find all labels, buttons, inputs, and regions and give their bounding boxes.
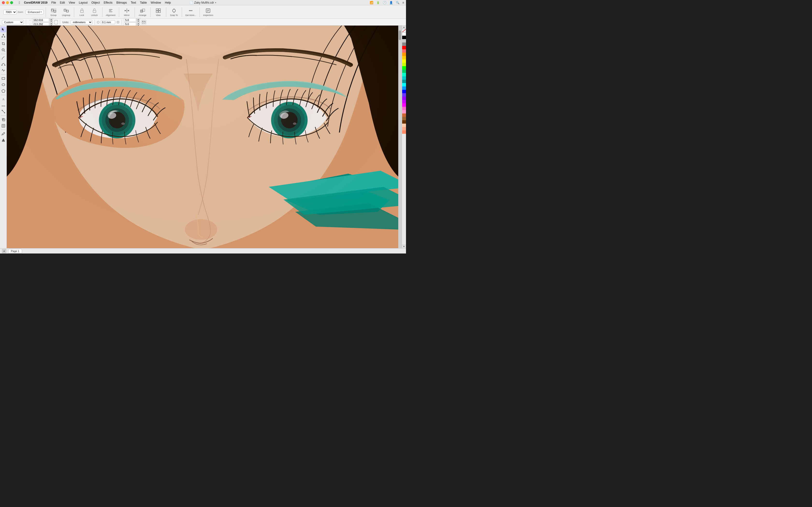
shape-type-select[interactable]: Custom (2, 20, 24, 24)
apple-logo[interactable]:  (19, 1, 20, 5)
color-swatch-20[interactable] (402, 103, 406, 107)
scale-y-up[interactable]: ▲ (137, 22, 140, 24)
ungroup-button[interactable]: Ungroup (60, 7, 72, 17)
envelope-button[interactable] (141, 20, 146, 24)
smart-draw-tool[interactable] (0, 68, 6, 73)
palette-scroll-up[interactable]: ▲ (402, 25, 406, 29)
palette-scroll-down[interactable]: ▼ (402, 245, 406, 248)
menu-window[interactable]: Window (151, 1, 161, 4)
color-swatch-11[interactable] (402, 73, 406, 76)
width-input[interactable] (32, 18, 49, 22)
scale-x-up[interactable]: ▲ (137, 18, 140, 20)
select-tool[interactable] (0, 26, 6, 32)
lock-proportions-top[interactable] (54, 20, 58, 22)
color-swatch-24[interactable] (402, 117, 406, 120)
units-select[interactable]: millimeters (70, 20, 92, 24)
color-swatch-23[interactable] (402, 113, 406, 117)
zoom-select[interactable]: 706% (3, 10, 17, 14)
polygon-tool[interactable] (0, 88, 6, 94)
color-swatch-19[interactable] (402, 100, 406, 103)
controls-icon[interactable]: ≡ (402, 1, 404, 4)
color-swatch-black[interactable] (402, 36, 406, 39)
lock-button[interactable]: Lock (76, 7, 88, 17)
vertical-scrollbar[interactable] (398, 25, 402, 248)
text-tool[interactable]: A (0, 96, 6, 102)
canvas-area[interactable] (7, 25, 402, 248)
color-swatch-12[interactable] (402, 76, 406, 80)
scale-x-down[interactable]: ▼ (137, 20, 140, 22)
color-swatch-white[interactable] (402, 32, 406, 36)
menu-app[interactable]: CorelDRAW 2019 (24, 1, 47, 4)
close-button[interactable] (2, 1, 5, 4)
mesh-fill-tool[interactable] (0, 123, 6, 129)
color-swatch-14[interactable] (402, 83, 406, 87)
snap-to-button[interactable]: Snap To (168, 7, 180, 17)
alignment-button[interactable]: Alignment (104, 7, 117, 17)
color-swatch-8[interactable] (402, 63, 406, 66)
scrollbar-thumb[interactable] (399, 31, 401, 40)
menu-bitmaps[interactable]: Bitmaps (116, 1, 127, 4)
width-up[interactable]: ▲ (50, 18, 53, 20)
color-swatch-17[interactable] (402, 93, 406, 97)
menu-object[interactable]: Object (91, 1, 100, 4)
color-swatch-28[interactable] (402, 130, 406, 134)
color-swatch-25[interactable] (402, 120, 406, 124)
drop-shadow-tool[interactable] (0, 117, 6, 122)
color-swatch-13[interactable] (402, 80, 406, 83)
minimize-button[interactable] (6, 1, 9, 4)
color-swatch-6[interactable] (402, 56, 406, 59)
crop-tool[interactable] (0, 41, 6, 47)
color-swatch-2[interactable] (402, 43, 406, 46)
color-swatch-15[interactable] (402, 87, 406, 90)
color-swatch-9[interactable] (402, 66, 406, 69)
color-swatch-22[interactable] (402, 110, 406, 113)
connector-tool[interactable] (0, 109, 6, 114)
color-swatch-10[interactable] (402, 69, 406, 73)
outline-width-input[interactable] (101, 20, 115, 24)
page-tab-1[interactable]: Page 1 (8, 249, 22, 253)
menu-view[interactable]: View (69, 1, 75, 4)
width-down[interactable]: ▼ (50, 20, 53, 22)
color-swatch-4[interactable] (402, 49, 406, 53)
menu-table[interactable]: Table (140, 1, 147, 4)
bezier-tool[interactable] (0, 61, 6, 67)
node-edit-tool[interactable] (0, 33, 6, 39)
scale-x-input[interactable] (124, 18, 136, 22)
maximize-button[interactable] (10, 1, 13, 4)
menu-help[interactable]: Help (165, 1, 171, 4)
menu-file[interactable]: File (51, 1, 56, 4)
freehand-tool[interactable] (0, 55, 6, 61)
color-swatch-7[interactable] (402, 59, 406, 63)
zoom-tool[interactable] (0, 47, 6, 53)
group-button[interactable]: Group (48, 7, 59, 17)
unlock-button[interactable]: Unlock (89, 7, 100, 17)
color-swatch-3[interactable] (402, 46, 406, 49)
color-swatch-18[interactable] (402, 97, 406, 100)
eyedropper-tool[interactable] (0, 131, 6, 137)
height-up[interactable]: ▲ (50, 22, 53, 24)
search-icon[interactable]: 🔍 (396, 1, 400, 4)
menu-effects[interactable]: Effects (104, 1, 112, 4)
menu-layout[interactable]: Layout (79, 1, 88, 4)
no-color-swatch[interactable] (402, 29, 406, 32)
color-swatch-26[interactable] (402, 124, 406, 127)
menu-text[interactable]: Text (131, 1, 136, 4)
lock-proportions-bottom[interactable] (54, 22, 58, 24)
color-swatch-21[interactable] (402, 107, 406, 110)
color-swatch-16[interactable] (402, 90, 406, 93)
mirror-button[interactable]: Mirror (121, 7, 133, 17)
menu-edit[interactable]: Edit (60, 1, 65, 4)
ellipse-tool[interactable] (0, 82, 6, 88)
dimension-tool[interactable] (0, 102, 6, 108)
arrange-button[interactable]: Arrange (137, 7, 148, 17)
color-swatch-27[interactable] (402, 127, 406, 130)
view-mode-button[interactable]: Enhanced ▾ (26, 10, 44, 14)
inspectors-button[interactable]: Inspectors (202, 7, 215, 17)
color-swatch-1[interactable] (402, 39, 406, 43)
color-swatch-5[interactable] (402, 53, 406, 56)
get-more-button[interactable]: Get More... (184, 7, 198, 17)
rectangle-tool[interactable] (0, 75, 6, 81)
view-button[interactable]: View (152, 7, 164, 17)
add-page-button[interactable]: + (2, 249, 6, 253)
fill-tool[interactable] (0, 137, 6, 143)
